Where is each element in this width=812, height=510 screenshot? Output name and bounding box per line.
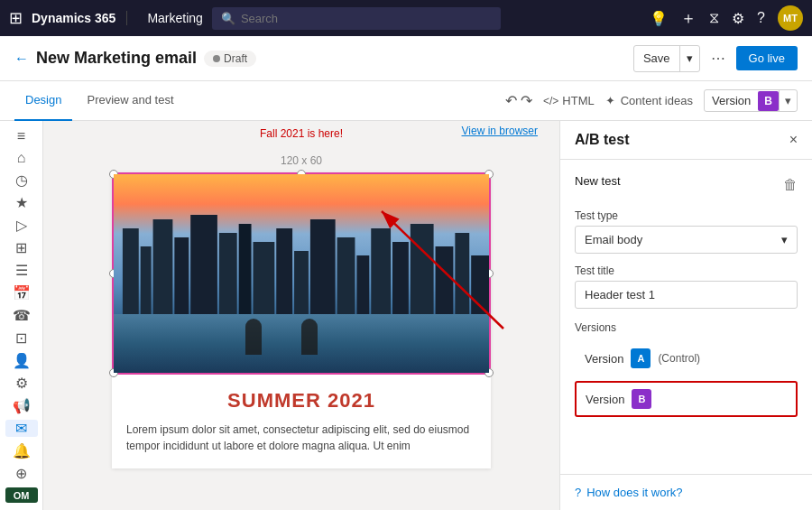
lorem-text: Lorem ipsum dolor sit amet, consectetur …: [126, 422, 476, 454]
version-chevron-icon[interactable]: ▾: [779, 90, 797, 111]
versions-label: Versions: [575, 321, 798, 334]
ab-panel-title: A/B test: [575, 132, 629, 148]
html-button[interactable]: </> HTML: [543, 94, 595, 107]
tabs-row: Design Preview and test ↶ ↷ </> HTML ✦ C…: [0, 81, 812, 121]
test-type-field: Test type Email body ▾: [575, 209, 798, 254]
image-block[interactable]: Image A/B ↵ 🗑 ⛓ ⤢: [112, 172, 491, 375]
version-a-control: (Control): [658, 352, 700, 365]
version-label: Version: [705, 90, 758, 111]
sidebar-item-notifications[interactable]: 🔔: [5, 442, 38, 459]
redo-icon[interactable]: ↷: [521, 92, 532, 109]
test-title-field: Test title: [575, 264, 798, 309]
add-icon[interactable]: ＋: [680, 7, 697, 29]
sidebar-item-add[interactable]: ⊕: [5, 465, 38, 482]
sidebar-item-campaigns[interactable]: 📢: [5, 397, 38, 414]
golive-button[interactable]: Go live: [736, 46, 798, 70]
version-value: B: [758, 91, 779, 111]
svg-rect-18: [471, 255, 489, 319]
grid-icon[interactable]: ⊞: [9, 8, 23, 28]
svg-rect-0: [123, 228, 139, 319]
tab-actions: ↶ ↷ </> HTML ✦ Content ideas Version B ▾: [505, 89, 798, 112]
version-b-text: Version: [586, 393, 624, 406]
version-b-badge: B: [632, 389, 651, 409]
svg-rect-1: [141, 246, 152, 319]
tab-design[interactable]: Design: [14, 81, 72, 121]
svg-rect-16: [436, 246, 454, 319]
view-in-browser-link[interactable]: View in browser: [462, 125, 538, 137]
sidebar-item-calendar[interactable]: 📅: [5, 284, 38, 301]
page-title: New Marketing email: [36, 49, 197, 68]
sidebar-item-email[interactable]: ✉: [5, 420, 38, 437]
sparkle-icon: ✦: [605, 94, 615, 107]
sidebar-item-recent[interactable]: ◷: [5, 172, 38, 189]
back-button[interactable]: ←: [14, 51, 29, 67]
tab-preview[interactable]: Preview and test: [76, 81, 184, 121]
sidebar-nav: ≡ ⌂ ◷ ★ ▷ ⊞ ☰ 📅 ☎ ⊡ 👤 ⚙ 📢 ✉ 🔔 ⊕ OM: [0, 121, 43, 510]
ab-panel-header: A/B test ×: [560, 121, 812, 160]
main-area: ≡ ⌂ ◷ ★ ▷ ⊞ ☰ 📅 ☎ ⊡ 👤 ⚙ 📢 ✉ 🔔 ⊕ OM Fall …: [0, 121, 812, 510]
svg-rect-9: [294, 251, 309, 319]
undo-icon[interactable]: ↶: [505, 92, 517, 109]
lightbulb-icon[interactable]: 💡: [650, 10, 668, 27]
sidebar-item-segments[interactable]: ⊡: [5, 329, 38, 347]
save-label[interactable]: Save: [634, 47, 679, 70]
content-ideas-button[interactable]: ✦ Content ideas: [605, 94, 693, 107]
summer-title: SUMMER 2021: [126, 389, 476, 413]
sidebar-item-contacts[interactable]: 👤: [5, 352, 38, 369]
sidebar-item-play[interactable]: ▷: [5, 217, 38, 234]
search-box[interactable]: 🔍: [212, 7, 501, 30]
save-dropdown-icon[interactable]: ▾: [680, 47, 699, 70]
sidebar-item-settings[interactable]: ⚙: [5, 375, 38, 392]
version-selector[interactable]: Version B ▾: [704, 89, 798, 112]
close-button[interactable]: ×: [789, 132, 798, 148]
svg-rect-15: [411, 224, 434, 319]
nav-right: 💡 ＋ ⧖ ⚙ ? MT: [650, 5, 803, 31]
email-wrapper: Image A/B ↵ 🗑 ⛓ ⤢: [112, 172, 491, 468]
search-input[interactable]: [241, 12, 492, 25]
test-type-value: Email body: [585, 233, 642, 246]
sidebar-item-apps[interactable]: ⊞: [5, 239, 38, 256]
sidebar-item-list[interactable]: ☰: [5, 262, 38, 279]
versions-section: Versions Version A (Control) Version B: [575, 321, 798, 417]
filter-icon[interactable]: ⧖: [709, 10, 719, 26]
sidebar-item-menu[interactable]: ≡: [5, 128, 38, 144]
status-dot: [213, 55, 220, 62]
svg-rect-17: [455, 233, 469, 319]
more-options-button[interactable]: ⋯: [707, 46, 729, 70]
how-link[interactable]: How does it work?: [586, 486, 682, 499]
html-label: HTML: [562, 94, 594, 107]
sidebar-item-pinned[interactable]: ★: [5, 194, 38, 211]
test-type-select[interactable]: Email body ▾: [575, 226, 798, 254]
save-button[interactable]: Save ▾: [633, 45, 700, 72]
version-b-row[interactable]: Version B: [575, 381, 798, 417]
header-actions: Save ▾ ⋯ Go live: [633, 45, 798, 72]
test-title-input[interactable]: [575, 281, 798, 309]
image-preview: [114, 174, 489, 373]
canvas-scroll[interactable]: 120 x 60 Image A/B ↵ 🗑 ⛓ ⤢: [43, 140, 559, 510]
sidebar-item-home[interactable]: ⌂: [5, 150, 38, 166]
svg-rect-7: [254, 242, 275, 319]
new-test-row: New test 🗑: [575, 174, 798, 195]
email-content: SUMMER 2021 Lorem ipsum dolor sit amet, …: [112, 375, 491, 468]
sidebar-item-phone[interactable]: ☎: [5, 307, 38, 324]
content-ideas-label: Content ideas: [621, 94, 693, 107]
canvas-area: Fall 2021 is here! View in browser 120 x…: [43, 121, 559, 510]
help-icon[interactable]: ?: [757, 10, 765, 26]
svg-rect-5: [219, 233, 237, 319]
select-chevron-icon: ▾: [781, 233, 788, 246]
ab-panel-footer[interactable]: ? How does it work?: [560, 474, 812, 510]
delete-test-button[interactable]: 🗑: [783, 177, 798, 193]
svg-rect-6: [239, 224, 252, 319]
search-icon: 🔍: [221, 12, 235, 25]
svg-rect-8: [276, 228, 292, 319]
page-header: ← New Marketing email Draft Save ▾ ⋯ Go …: [0, 36, 812, 81]
avatar[interactable]: MT: [778, 5, 803, 31]
code-icon: </>: [543, 95, 558, 107]
settings-icon[interactable]: ⚙: [732, 10, 744, 27]
undo-redo: ↶ ↷: [505, 92, 532, 109]
question-icon: ?: [575, 486, 581, 499]
version-a-badge: A: [631, 348, 651, 368]
version-a-row[interactable]: Version A (Control): [575, 341, 798, 376]
status-badge: Draft: [204, 51, 256, 67]
sidebar-item-profile[interactable]: OM: [5, 487, 38, 503]
